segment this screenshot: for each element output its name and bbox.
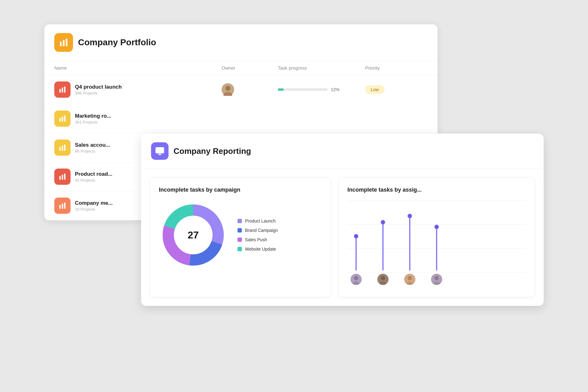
col-name: Name (54, 65, 222, 71)
donut-center-value: 27 (188, 229, 199, 241)
progress-bar-bg (278, 88, 328, 91)
project-sub: 396 Projects (75, 91, 122, 96)
bar-dot (381, 220, 385, 224)
project-name: Company me... (75, 200, 113, 206)
legend-label: Product Launch (245, 218, 276, 223)
bar-stick (355, 236, 357, 271)
svg-point-36 (408, 276, 412, 280)
svg-rect-11 (64, 115, 65, 122)
bar-stick (382, 222, 384, 271)
svg-rect-1 (63, 40, 64, 46)
col-progress: Task progress (278, 65, 365, 71)
owner-cell (222, 83, 278, 96)
svg-rect-16 (62, 175, 63, 180)
svg-rect-2 (66, 39, 67, 46)
project-sub: 361 Projects (75, 120, 111, 125)
portfolio-header: Company Portfolio (44, 24, 438, 61)
reporting-icon (151, 142, 169, 160)
svg-rect-19 (62, 204, 63, 209)
legend-item-product-launch: Product Launch (238, 218, 278, 223)
donut-chart-title: Incomplete tasks by campaign (159, 187, 322, 193)
svg-rect-10 (62, 117, 63, 122)
row-name-text: Product road... 42 Projects (75, 171, 112, 183)
table-header: Name Owner Task progress Priority (44, 61, 438, 75)
avatar-svg (377, 274, 389, 285)
avatar-2 (377, 274, 389, 285)
legend-item-brand-campaign: Brand Campaign (238, 228, 278, 233)
avatar-svg (222, 83, 234, 96)
legend-label: Website Update (245, 247, 276, 252)
svg-point-39 (434, 276, 439, 280)
legend-label: Sales Push (245, 237, 267, 242)
reporting-title: Company Reporting (174, 146, 251, 156)
project-sub: 42 Projects (75, 178, 112, 183)
bar-chart-icon (58, 202, 66, 210)
bar-col-2 (377, 222, 389, 285)
reporting-card: Company Reporting Incomplete tasks by ca… (141, 134, 544, 306)
bar-chart-icon (59, 37, 69, 47)
legend-item-sales-push: Sales Push (238, 237, 278, 242)
avatar-1 (350, 274, 362, 285)
bar-chart-content (347, 201, 526, 288)
svg-rect-5 (64, 86, 65, 93)
row-name-text: Sales accou... 96 Projects (75, 142, 110, 154)
app-scene: Company Portfolio Name Owner Task progre… (44, 24, 544, 368)
svg-rect-12 (59, 147, 61, 151)
project-name: Q4 product launch (75, 84, 122, 90)
bar-chart-icon (58, 144, 66, 152)
gridline (347, 201, 526, 201)
reporting-body: Incomplete tasks by campaign (141, 169, 544, 306)
row-name-cell: Marketing ro... 361 Projects (54, 110, 222, 127)
row-icon (54, 81, 71, 98)
svg-rect-13 (62, 146, 63, 151)
legend-dot (238, 247, 242, 251)
reporting-header: Company Reporting (141, 134, 544, 169)
svg-rect-0 (60, 42, 61, 46)
presentation-icon (155, 146, 164, 156)
svg-point-33 (381, 276, 385, 280)
bar-chart-title: Incomplete tasks by assig... (347, 187, 526, 193)
bar-chart-icon (58, 86, 66, 94)
bar-col-4 (431, 227, 442, 285)
row-icon (54, 169, 71, 185)
svg-rect-17 (64, 174, 65, 180)
avatar-3 (404, 274, 415, 285)
project-sub: 10 Projects (75, 207, 113, 212)
bar-col-3 (404, 216, 415, 285)
progress-cell: 12% (278, 87, 365, 92)
portfolio-title: Company Portfolio (78, 37, 156, 47)
svg-rect-18 (59, 205, 61, 209)
bar-col-1 (350, 236, 362, 285)
row-icon (54, 140, 71, 156)
row-name-cell: Q4 product launch 396 Projects (54, 81, 222, 98)
row-name-text: Q4 product launch 396 Projects (75, 84, 122, 96)
svg-point-7 (225, 86, 230, 91)
bar-chart-icon (58, 115, 66, 123)
row-name-text: Marketing ro... 361 Projects (75, 113, 111, 125)
bar-dot (408, 214, 412, 218)
project-name: Marketing ro... (75, 113, 111, 119)
svg-rect-15 (59, 176, 61, 180)
bar-stick (409, 216, 410, 271)
priority-cell: Low (365, 85, 428, 94)
table-row[interactable]: Marketing ro... 361 Projects (44, 104, 438, 133)
table-row[interactable]: Q4 product launch 396 Projects 12% (44, 75, 438, 104)
avatar-svg (431, 274, 442, 285)
project-sub: 96 Projects (75, 149, 110, 154)
avatar-svg (350, 274, 362, 285)
svg-rect-20 (64, 203, 65, 209)
legend-label: Brand Campaign (245, 228, 278, 233)
progress-text: 12% (331, 87, 340, 92)
row-icon (54, 110, 71, 127)
donut-chart-card: Incomplete tasks by campaign (150, 178, 331, 297)
legend-dot (238, 228, 242, 233)
legend-dot (238, 238, 242, 242)
col-owner: Owner (222, 65, 278, 71)
svg-point-30 (354, 276, 358, 280)
avatar (222, 83, 234, 96)
svg-rect-4 (62, 88, 63, 93)
bar-dot (434, 225, 439, 229)
project-name: Product road... (75, 171, 112, 177)
bar-stick (436, 227, 437, 271)
priority-badge: Low (365, 85, 385, 94)
